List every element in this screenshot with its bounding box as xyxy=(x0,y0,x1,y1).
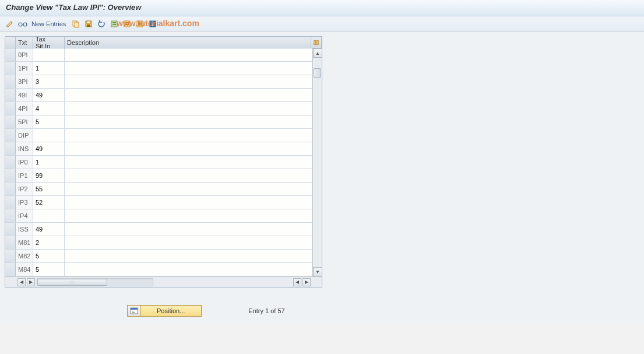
row-selector[interactable] xyxy=(5,48,16,61)
position-button-label: Position... xyxy=(140,307,201,314)
cell-tax-sit[interactable]: 49 xyxy=(33,142,65,155)
table-row: M845 xyxy=(5,263,312,276)
new-entries-button[interactable]: New Entries xyxy=(31,20,66,27)
row-selector[interactable] xyxy=(5,156,16,169)
cell-description[interactable] xyxy=(65,236,312,249)
select-all-header[interactable] xyxy=(5,37,16,48)
cell-description[interactable] xyxy=(65,263,312,276)
cell-tax-sit[interactable]: 49 xyxy=(33,89,65,101)
row-selector[interactable] xyxy=(5,75,16,88)
column-header-description[interactable]: Description xyxy=(65,37,311,48)
cell-txt: IP4 xyxy=(16,209,33,222)
svg-text:i: i xyxy=(152,21,154,27)
undo-icon[interactable] xyxy=(96,19,107,29)
cell-txt: IP1 xyxy=(16,169,33,182)
cell-tax-sit[interactable]: 49 xyxy=(33,223,65,236)
hscroll-track[interactable]: ::: xyxy=(37,278,153,286)
select-all-icon[interactable] xyxy=(109,19,119,29)
table-row: IP255 xyxy=(5,183,312,196)
cell-description[interactable] xyxy=(65,183,312,195)
delete-icon[interactable] xyxy=(135,19,145,29)
row-selector[interactable] xyxy=(5,196,16,209)
table-row: M812 xyxy=(5,236,312,250)
column-header-txt[interactable]: Txt xyxy=(16,37,33,48)
table-row: M825 xyxy=(5,250,312,263)
cell-txt: M82 xyxy=(16,250,33,262)
svg-rect-18 xyxy=(314,40,316,45)
row-selector[interactable] xyxy=(5,102,16,115)
scroll-down-button[interactable]: ▼ xyxy=(313,267,322,276)
scroll-left-button[interactable]: ◀ xyxy=(17,278,26,286)
cell-txt: 49I xyxy=(16,89,33,101)
cell-description[interactable] xyxy=(65,209,312,222)
cell-txt: IP0 xyxy=(16,156,33,169)
cell-tax-sit[interactable]: 3 xyxy=(33,75,65,88)
row-selector[interactable] xyxy=(5,89,16,101)
cell-tax-sit[interactable]: 1 xyxy=(33,156,65,169)
row-selector[interactable] xyxy=(5,142,16,155)
info-icon[interactable]: i xyxy=(147,19,158,29)
cell-description[interactable] xyxy=(65,223,312,236)
scroll-right-step-button[interactable]: ▶ xyxy=(27,278,35,286)
cell-description[interactable] xyxy=(65,75,312,88)
scroll-up-button[interactable]: ▲ xyxy=(313,48,322,58)
cell-tax-sit[interactable] xyxy=(33,48,65,61)
row-selector[interactable] xyxy=(5,263,16,276)
cell-description[interactable] xyxy=(65,156,312,169)
svg-rect-5 xyxy=(87,21,90,23)
table-config-icon[interactable] xyxy=(311,37,322,48)
save-icon[interactable] xyxy=(83,19,94,29)
cell-tax-sit[interactable]: 4 xyxy=(33,102,65,115)
cell-tax-sit[interactable]: 5 xyxy=(33,263,65,276)
table-footer: ◀ ▶ ::: ◀ ▶ xyxy=(5,276,322,287)
cell-tax-sit[interactable]: 55 xyxy=(33,183,65,195)
table-row: 5PI5 xyxy=(5,115,312,129)
table-header: Txt Tax Sit.In Description xyxy=(5,37,322,48)
vscroll-thumb[interactable] xyxy=(314,68,321,78)
row-selector[interactable] xyxy=(5,129,16,142)
change-icon[interactable] xyxy=(5,19,15,29)
cell-tax-sit[interactable]: 5 xyxy=(33,250,65,262)
cell-tax-sit[interactable]: 52 xyxy=(33,196,65,209)
cell-description[interactable] xyxy=(65,62,312,75)
row-selector[interactable] xyxy=(5,236,16,249)
cell-description[interactable] xyxy=(65,102,312,115)
row-selector[interactable] xyxy=(5,62,16,75)
hscroll-thumb[interactable]: ::: xyxy=(37,279,107,286)
position-icon xyxy=(128,306,140,316)
copy-icon[interactable] xyxy=(71,19,81,29)
cell-tax-sit[interactable] xyxy=(33,129,65,142)
scroll-right-button[interactable]: ▶ xyxy=(302,278,311,286)
cell-description[interactable] xyxy=(65,129,312,142)
cell-description[interactable] xyxy=(65,48,312,61)
deselect-all-icon[interactable] xyxy=(122,19,132,29)
position-button[interactable]: Position... xyxy=(127,305,202,317)
cell-description[interactable] xyxy=(65,250,312,262)
row-selector[interactable] xyxy=(5,115,16,128)
svg-rect-21 xyxy=(131,308,138,310)
row-selector[interactable] xyxy=(5,250,16,262)
cell-description[interactable] xyxy=(65,169,312,182)
table-container: Txt Tax Sit.In Description 0PI1PI13PI349… xyxy=(5,36,322,288)
cell-description[interactable] xyxy=(65,196,312,209)
cell-tax-sit[interactable]: 5 xyxy=(33,115,65,128)
vscroll-track[interactable] xyxy=(313,58,322,267)
column-header-tax-sit[interactable]: Tax Sit.In xyxy=(33,37,65,48)
row-selector[interactable] xyxy=(5,223,16,236)
cell-description[interactable] xyxy=(65,142,312,155)
glasses-icon[interactable] xyxy=(17,19,28,29)
cell-tax-sit[interactable]: 1 xyxy=(33,62,65,75)
svg-rect-23 xyxy=(132,312,135,313)
row-selector[interactable] xyxy=(5,169,16,182)
cell-tax-sit[interactable]: 99 xyxy=(33,169,65,182)
row-selector[interactable] xyxy=(5,209,16,222)
cell-tax-sit[interactable] xyxy=(33,209,65,222)
table-row: ISS49 xyxy=(5,223,312,236)
table-row: 3PI3 xyxy=(5,75,312,89)
cell-description[interactable] xyxy=(65,89,312,101)
scroll-left-end-button[interactable]: ◀ xyxy=(293,278,301,286)
cell-txt: 0PI xyxy=(16,48,33,61)
cell-tax-sit[interactable]: 2 xyxy=(33,236,65,249)
row-selector[interactable] xyxy=(5,183,16,195)
cell-description[interactable] xyxy=(65,115,312,128)
